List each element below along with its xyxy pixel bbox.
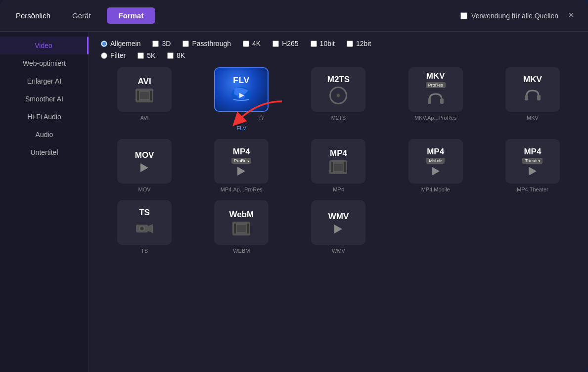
cb-h265[interactable]: H265 xyxy=(272,40,298,47)
svg-marker-9 xyxy=(148,224,153,233)
cb-4k[interactable]: 4K xyxy=(243,40,261,47)
cb-4k-input[interactable] xyxy=(243,41,249,47)
cb-h265-input[interactable] xyxy=(272,41,279,47)
cb-4k-label: 4K xyxy=(252,40,261,47)
format-icon-ts: TS xyxy=(117,200,172,245)
cb-5k[interactable]: 5K xyxy=(137,51,155,59)
filter-row-2: Filter 5K 8K xyxy=(101,51,576,59)
sidebar-item-video[interactable]: Video xyxy=(0,37,89,54)
cb-3d[interactable]: 3D xyxy=(152,40,171,47)
format-item-ts[interactable]: TS TS xyxy=(101,200,188,254)
format-icon-webm: WebM xyxy=(214,200,269,245)
format-icon-mkv: MKV xyxy=(505,67,560,112)
sidebar: Video Web-optimiert Enlarger AI Smoother… xyxy=(0,32,89,372)
format-label-mp4-prores: MP4.Ap...ProRes xyxy=(221,186,263,192)
cb-3d-label: 3D xyxy=(162,40,171,47)
cb-passthrough-input[interactable] xyxy=(182,41,189,47)
format-label-mp4-mobile: MP4.Mobile xyxy=(421,186,450,192)
radio-allgemein-label: Allgemein xyxy=(110,40,140,47)
format-item-mkv-prores[interactable]: MKV ProRes MKV.Ap...ProRes xyxy=(392,67,479,131)
svg-rect-2 xyxy=(428,98,431,104)
apply-all-checkbox[interactable] xyxy=(460,12,467,19)
tab-format[interactable]: Format xyxy=(107,7,156,24)
formats-grid: AVI AVI FLV ☆FLV M2TS M2TS xyxy=(101,67,576,254)
format-item-flv[interactable]: FLV ☆FLV xyxy=(198,67,285,131)
format-label-mkv: MKV xyxy=(527,115,539,121)
cb-5k-label: 5K xyxy=(147,51,155,59)
format-item-wmv[interactable]: WMV WMV xyxy=(295,200,382,254)
format-item-avi[interactable]: AVI AVI xyxy=(101,67,188,131)
sidebar-item-web[interactable]: Web-optimiert xyxy=(0,54,89,72)
cb-8k-label: 8K xyxy=(177,51,185,59)
cb-5k-input[interactable] xyxy=(137,52,144,59)
format-icon-mp4-theater: MP4 Theater xyxy=(505,139,560,184)
cb-h265-label: H265 xyxy=(282,40,298,47)
format-item-webm[interactable]: WebM WEBM xyxy=(198,200,285,254)
cb-passthrough[interactable]: Passthrough xyxy=(182,40,231,47)
format-label-avi: AVI xyxy=(140,115,149,121)
format-label-flv: FLV xyxy=(237,125,246,131)
svg-rect-3 xyxy=(440,98,444,104)
dialog-header: Persönlich Gerät Format Verwendung für a… xyxy=(0,0,588,32)
sidebar-item-smoother[interactable]: Smoother AI xyxy=(0,90,89,108)
format-item-m2ts[interactable]: M2TS M2TS xyxy=(295,67,382,131)
radio-filter-label: Filter xyxy=(110,51,126,59)
cb-10bit[interactable]: 10bit xyxy=(311,40,335,47)
format-label-wmv: WMV xyxy=(332,248,345,254)
dialog-body: Video Web-optimiert Enlarger AI Smoother… xyxy=(0,32,588,372)
format-label-ts: TS xyxy=(141,248,148,254)
cb-3d-input[interactable] xyxy=(152,41,159,47)
format-icon-mkv-prores: MKV ProRes xyxy=(408,67,463,112)
format-icon-mp4: MP4 xyxy=(311,139,365,184)
format-icon-m2ts: M2TS xyxy=(311,67,365,112)
tab-device[interactable]: Gerät xyxy=(66,8,97,23)
radio-allgemein-input[interactable] xyxy=(101,41,107,47)
format-icon-mp4-prores: MP4 ProRes xyxy=(214,139,269,184)
cb-8k[interactable]: 8K xyxy=(167,51,185,59)
radio-allgemein[interactable]: Allgemein xyxy=(101,40,140,47)
format-label-m2ts: M2TS xyxy=(331,115,346,121)
radio-filter-input[interactable] xyxy=(101,52,107,59)
format-item-mkv[interactable]: MKV MKV xyxy=(489,67,576,131)
cb-10bit-label: 10bit xyxy=(320,40,335,47)
dialog: Persönlich Gerät Format Verwendung für a… xyxy=(0,0,588,372)
format-icon-mov: MOV xyxy=(117,139,172,184)
format-label-mp4: MP4 xyxy=(333,186,344,192)
format-item-mp4[interactable]: MP4 MP4 xyxy=(295,139,382,192)
cb-12bit-input[interactable] xyxy=(347,41,353,47)
format-label-mp4-theater: MP4.Theater xyxy=(517,186,548,192)
cb-8k-input[interactable] xyxy=(167,52,174,59)
format-item-mp4-mobile[interactable]: MP4 Mobile MP4.Mobile xyxy=(392,139,479,192)
radio-filter[interactable]: Filter xyxy=(101,51,126,59)
cb-10bit-input[interactable] xyxy=(311,41,317,47)
format-label-webm: WEBM xyxy=(233,248,250,254)
svg-rect-5 xyxy=(537,95,541,100)
format-label-mov: MOV xyxy=(138,186,151,192)
star-icon[interactable]: ☆ xyxy=(258,113,265,122)
close-button[interactable]: × xyxy=(564,8,578,22)
svg-rect-4 xyxy=(525,95,528,100)
tab-personal[interactable]: Persönlich xyxy=(10,8,56,23)
cb-12bit[interactable]: 12bit xyxy=(347,40,371,47)
sidebar-item-hifi[interactable]: Hi-Fi Audio xyxy=(0,108,89,126)
main-content: Allgemein 3D Passthrough 4K H265 xyxy=(89,32,588,372)
format-label-mkv-prores: MKV.Ap...ProRes xyxy=(414,115,456,121)
format-icon-wmv: WMV xyxy=(311,200,365,245)
svg-point-8 xyxy=(141,228,143,230)
format-item-mp4-prores[interactable]: MP4 ProRes MP4.Ap...ProRes xyxy=(198,139,285,192)
apply-all-label: Verwendung für alle Quellen xyxy=(471,12,558,20)
sidebar-item-enlarger[interactable]: Enlarger AI xyxy=(0,72,89,90)
cb-12bit-label: 12bit xyxy=(356,40,371,47)
format-icon-flv: FLV xyxy=(214,67,269,112)
filter-row-1: Allgemein 3D Passthrough 4K H265 xyxy=(101,40,576,47)
sidebar-item-audio[interactable]: Audio xyxy=(0,126,89,143)
cb-passthrough-label: Passthrough xyxy=(192,40,231,47)
format-icon-mp4-mobile: MP4 Mobile xyxy=(408,139,463,184)
format-icon-avi: AVI xyxy=(117,67,172,112)
format-item-mov[interactable]: MOV MOV xyxy=(101,139,188,192)
format-item-mp4-theater[interactable]: MP4 Theater MP4.Theater xyxy=(489,139,576,192)
sidebar-item-subtitle[interactable]: Untertitel xyxy=(0,143,89,161)
apply-all-container: Verwendung für alle Quellen xyxy=(460,12,558,20)
